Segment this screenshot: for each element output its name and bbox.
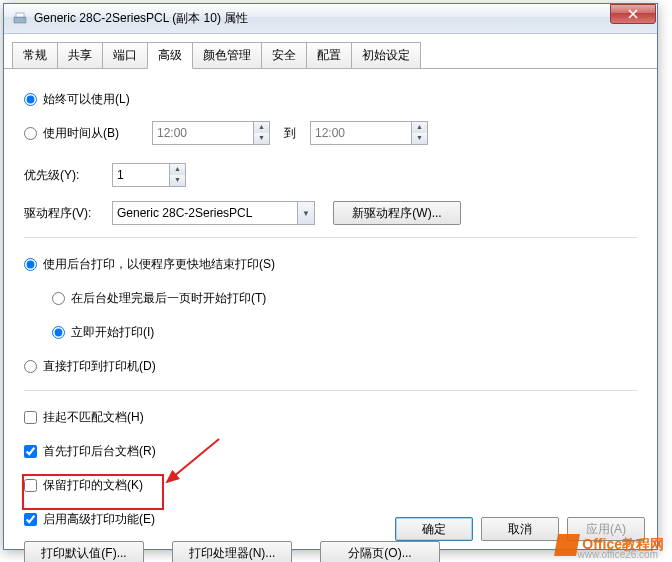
radio-direct[interactable]: 直接打印到打印机(D) [24, 358, 156, 375]
tab-ports[interactable]: 端口 [102, 42, 148, 68]
spinner-buttons[interactable]: ▲▼ [253, 122, 269, 144]
chevron-down-icon[interactable]: ▼ [297, 202, 314, 224]
tab-security[interactable]: 安全 [261, 42, 307, 68]
check-keep-input[interactable] [24, 479, 37, 492]
titlebar: Generic 28C-2SeriesPCL (副本 10) 属性 [4, 4, 657, 34]
radio-spool-after-label: 在后台处理完最后一页时开始打印(T) [71, 290, 266, 307]
time-from-input[interactable]: 12:00 ▲▼ [152, 121, 270, 145]
time-to-input[interactable]: 12:00 ▲▼ [310, 121, 428, 145]
radio-spool-after-input[interactable] [52, 292, 65, 305]
radio-spool-label: 使用后台打印，以便程序更快地结束打印(S) [43, 256, 275, 273]
driver-label: 驱动程序(V): [24, 205, 112, 222]
driver-value: Generic 28C-2SeriesPCL [117, 206, 252, 220]
check-advanced-label: 启用高级打印功能(E) [43, 511, 155, 528]
radio-always-input[interactable] [24, 93, 37, 106]
svg-rect-1 [16, 13, 24, 17]
radio-use-time-input[interactable] [24, 127, 37, 140]
tab-content: 始终可以使用(L) 使用时间从(B) 12:00 ▲▼ 到 12:00 ▲▼ 优… [4, 69, 657, 562]
check-spooled-input[interactable] [24, 445, 37, 458]
print-defaults-button[interactable]: 打印默认值(F)... [24, 541, 144, 562]
window-title: Generic 28C-2SeriesPCL (副本 10) 属性 [34, 10, 610, 27]
tab-bar: 常规 共享 端口 高级 颜色管理 安全 配置 初始设定 [4, 34, 657, 69]
radio-use-time-label: 使用时间从(B) [43, 125, 119, 142]
cancel-button[interactable]: 取消 [481, 517, 559, 541]
to-label: 到 [270, 125, 310, 142]
radio-spool[interactable]: 使用后台打印，以便程序更快地结束打印(S) [24, 256, 275, 273]
radio-use-time[interactable]: 使用时间从(B) [24, 125, 152, 142]
watermark-url: www.office26.com [578, 549, 658, 560]
spinner-buttons[interactable]: ▲▼ [169, 164, 185, 186]
radio-spool-after[interactable]: 在后台处理完最后一页时开始打印(T) [52, 290, 266, 307]
check-enable-advanced[interactable]: 启用高级打印功能(E) [24, 511, 155, 528]
tab-advanced[interactable]: 高级 [147, 42, 193, 69]
check-spooled-label: 首先打印后台文档(R) [43, 443, 156, 460]
spinner-buttons[interactable]: ▲▼ [411, 122, 427, 144]
tab-config[interactable]: 配置 [306, 42, 352, 68]
radio-always-label: 始终可以使用(L) [43, 91, 130, 108]
check-hold-label: 挂起不匹配文档(H) [43, 409, 144, 426]
print-processor-button[interactable]: 打印处理器(N)... [172, 541, 292, 562]
radio-spool-immediate-label: 立即开始打印(I) [71, 324, 154, 341]
svg-rect-0 [14, 17, 26, 23]
check-spooled-first[interactable]: 首先打印后台文档(R) [24, 443, 156, 460]
tab-general[interactable]: 常规 [12, 42, 58, 68]
check-advanced-input[interactable] [24, 513, 37, 526]
check-hold-input[interactable] [24, 411, 37, 424]
driver-combo[interactable]: Generic 28C-2SeriesPCL ▼ [112, 201, 315, 225]
check-hold-mismatch[interactable]: 挂起不匹配文档(H) [24, 409, 144, 426]
radio-spool-immediate[interactable]: 立即开始打印(I) [52, 324, 154, 341]
priority-spinner[interactable]: 1 ▲▼ [112, 163, 186, 187]
radio-spool-input[interactable] [24, 258, 37, 271]
tab-color[interactable]: 颜色管理 [192, 42, 262, 68]
time-to-value: 12:00 [315, 126, 345, 140]
ok-button[interactable]: 确定 [395, 517, 473, 541]
time-from-value: 12:00 [157, 126, 187, 140]
radio-spool-immediate-input[interactable] [52, 326, 65, 339]
radio-always-available[interactable]: 始终可以使用(L) [24, 91, 130, 108]
priority-label: 优先级(Y): [24, 167, 112, 184]
close-button[interactable] [610, 4, 656, 24]
svg-point-2 [23, 18, 25, 20]
tab-initial[interactable]: 初始设定 [351, 42, 421, 68]
watermark-logo-icon [554, 534, 580, 556]
priority-value: 1 [117, 168, 124, 182]
tab-sharing[interactable]: 共享 [57, 42, 103, 68]
printer-icon [12, 11, 28, 27]
radio-direct-input[interactable] [24, 360, 37, 373]
new-driver-button[interactable]: 新驱动程序(W)... [333, 201, 461, 225]
check-keep-docs[interactable]: 保留打印的文档(K) [24, 477, 143, 494]
radio-direct-label: 直接打印到打印机(D) [43, 358, 156, 375]
separator-page-button[interactable]: 分隔页(O)... [320, 541, 440, 562]
check-keep-label: 保留打印的文档(K) [43, 477, 143, 494]
properties-dialog: Generic 28C-2SeriesPCL (副本 10) 属性 常规 共享 … [3, 3, 658, 550]
